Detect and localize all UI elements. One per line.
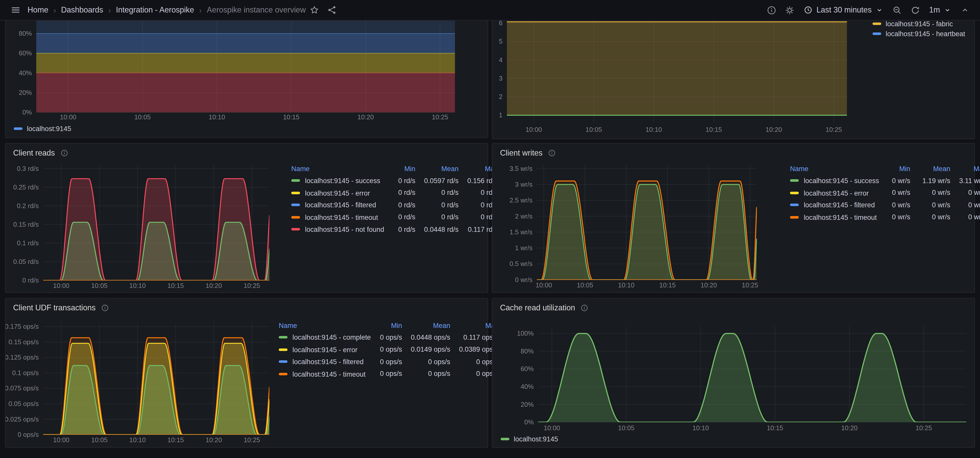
y-axis-label: 1.5 wr/s [510, 228, 533, 236]
panel-client-writes: Client writes 10:0010:0510:1010:1510:201… [492, 143, 975, 293]
breadcrumb-item[interactable]: Home [27, 6, 48, 14]
info-icon[interactable] [60, 149, 68, 157]
cache-read-utilization-chart[interactable]: 10:0010:0510:1010:1510:2010:25100%80%60%… [493, 299, 974, 447]
series-min: 0 rd/s [384, 223, 415, 235]
zoom-out-time-button[interactable] [888, 0, 906, 21]
info-icon[interactable] [548, 149, 555, 157]
series-name[interactable]: localhost:9145 - success [305, 177, 380, 184]
legend-item[interactable]: localhost:9145 [501, 435, 558, 443]
series-mean: 0 wr/s [910, 199, 950, 211]
series-name[interactable]: localhost:9145 - filtered [803, 201, 875, 209]
star-dashboard-button[interactable] [306, 0, 323, 21]
info-icon[interactable] [101, 304, 109, 312]
series-name[interactable]: localhost:9145 - timeout [803, 214, 877, 221]
legend-table-client-reads: NameMinMeanMaxlocalhost:9145 - success0 … [291, 163, 498, 235]
y-axis-label: 2 [499, 93, 503, 100]
x-axis-label: 10:20 [205, 436, 222, 444]
breadcrumb-item[interactable]: Dashboards [61, 6, 103, 14]
panel-title-client-udf[interactable]: Client UDF transactions [13, 302, 109, 314]
series-max: 0.0389 ops/s [450, 343, 498, 355]
series-swatch [790, 179, 799, 182]
series-name[interactable]: localhost:9145 - complete [293, 334, 371, 341]
panel-title-cache-read[interactable]: Cache read utilization [500, 302, 588, 314]
x-axis-label: 10:10 [692, 424, 709, 431]
y-axis-label: 20% [19, 89, 32, 96]
y-axis-label: 0.15 ops/s [8, 338, 39, 345]
legend-column-min[interactable]: Min [371, 320, 402, 331]
x-axis-label: 10:25 [826, 126, 842, 133]
legend-table-client-writes: NameMinMeanMaxlocalhost:9145 - success0 … [790, 163, 980, 223]
legend-column-max[interactable]: Max [950, 163, 980, 174]
panel-title-client-reads[interactable]: Client reads [13, 147, 68, 158]
chevron-down-icon [875, 6, 883, 14]
y-axis-label: 5 [499, 38, 503, 45]
y-axis-label: 0.3 rd/s [17, 165, 39, 172]
legend-column-name[interactable]: Name [279, 320, 371, 331]
breadcrumb-item[interactable]: Integration - Aerospike [116, 6, 194, 14]
panel-title-text: Cache read utilization [500, 303, 575, 312]
legend-column-mean[interactable]: Mean [415, 163, 458, 174]
x-axis-label: 10:20 [700, 282, 717, 288]
menu-toggle-button[interactable] [6, 0, 25, 21]
x-axis-label: 10:10 [129, 436, 146, 444]
series-name[interactable]: localhost:9145 - error [293, 346, 358, 353]
refresh-button[interactable] [906, 0, 924, 21]
series-name[interactable]: localhost:9145 - success [803, 177, 879, 184]
legend-column-name[interactable]: Name [790, 163, 879, 174]
dashboard-insights-button[interactable] [763, 0, 781, 21]
y-axis-label: 60% [520, 365, 534, 372]
series-min: 0 wr/s [879, 186, 910, 199]
x-axis-label: 10:05 [91, 436, 107, 444]
breadcrumb-current: Aerospike instance overview [207, 6, 306, 14]
panel-title-client-writes[interactable]: Client writes [500, 147, 555, 158]
series-swatch [873, 22, 881, 25]
time-range-picker[interactable]: Last 30 minutes [799, 0, 888, 21]
cache-read-utilization-chart-svg: 10:0010:0510:1010:1510:2010:25100%80%60%… [493, 299, 974, 447]
x-axis-label: 10:20 [357, 114, 374, 120]
series-name[interactable]: localhost:9145 - timeout [305, 214, 378, 221]
x-axis-label: 10:10 [209, 114, 225, 120]
legend-item[interactable]: localhost:9145 - heartbeat [873, 30, 965, 38]
legend-column-min[interactable]: Min [879, 163, 910, 174]
refresh-interval-dropdown[interactable]: 1m [924, 0, 956, 21]
y-axis-label: 1 [499, 111, 503, 119]
series-name[interactable]: localhost:9145 - filtered [305, 201, 376, 209]
legend-column-min[interactable]: Min [384, 163, 415, 174]
collapse-chevron-button[interactable] [956, 0, 974, 21]
x-axis-label: 10:00 [525, 126, 542, 133]
legend-item[interactable]: localhost:9145 - fabric [873, 20, 965, 27]
series-mean: 0 rd/s [415, 211, 458, 223]
panel-cache-read: Cache read utilization 10:0010:0510:1010… [492, 298, 975, 448]
legend-column-mean[interactable]: Mean [910, 163, 950, 174]
series-fill-utilization [538, 334, 966, 422]
legend-table: NameMinMeanMaxlocalhost:9145 - complete0… [279, 320, 498, 380]
legend-column-name[interactable]: Name [291, 163, 384, 174]
series-max: 0 ops/s [450, 355, 498, 368]
series-name[interactable]: localhost:9145 - not found [305, 225, 384, 233]
series-mean: 0 rd/s [415, 199, 458, 211]
series-mean: 0 ops/s [402, 368, 450, 380]
series-min: 0 rd/s [384, 199, 415, 211]
series-swatch [14, 127, 22, 130]
x-axis-label: 10:10 [618, 282, 635, 288]
gear-icon [785, 5, 795, 15]
x-axis-label: 10:00 [53, 282, 69, 289]
legend-item[interactable]: localhost:9145 [14, 125, 71, 132]
series-name[interactable]: localhost:9145 - filtered [293, 358, 364, 365]
dashboard-settings-button[interactable] [781, 0, 799, 21]
legend-column-mean[interactable]: Mean [402, 320, 450, 331]
series-name[interactable]: localhost:9145 - error [803, 189, 869, 197]
legend-column-max[interactable]: Max [450, 320, 498, 331]
series-name[interactable]: localhost:9145 - error [305, 189, 370, 197]
hamburger-icon [11, 5, 21, 15]
series-name: localhost:9145 [27, 125, 71, 132]
top-nav: Home›Dashboards›Integration - Aerospike›… [0, 0, 980, 21]
info-icon[interactable] [581, 304, 588, 312]
y-axis-label: 100% [517, 330, 534, 337]
x-axis-label: 10:05 [577, 282, 593, 288]
series-name[interactable]: localhost:9145 - timeout [293, 370, 366, 377]
share-dashboard-button[interactable] [323, 0, 341, 21]
x-axis-label: 10:15 [767, 424, 783, 431]
refresh-interval-label: 1m [929, 6, 940, 14]
x-axis-label: 10:05 [91, 282, 107, 289]
